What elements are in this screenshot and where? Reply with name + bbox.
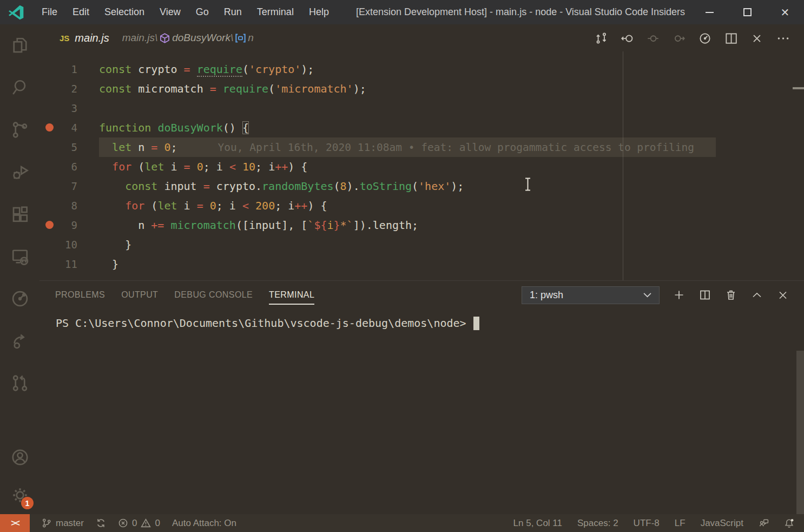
search-icon xyxy=(10,78,30,97)
window-controls: ✕ xyxy=(690,0,804,24)
breadcrumb-file[interactable]: main.js xyxy=(122,32,155,44)
editor-gutter[interactable]: 5 xyxy=(39,137,99,157)
feedback-button[interactable] xyxy=(759,518,769,528)
breadcrumb-symbol[interactable]: doBusyWork xyxy=(172,32,230,44)
maximize-button[interactable] xyxy=(728,0,766,24)
code-line: 8 for (let i = 0; i < 200; i++) { xyxy=(39,196,804,215)
breakpoint-dot[interactable] xyxy=(45,123,54,132)
menu-edit[interactable]: Edit xyxy=(65,0,97,24)
navigate-previous-icon[interactable] xyxy=(646,31,660,45)
navigate-back-icon[interactable] xyxy=(620,31,634,45)
language-indicator[interactable]: JavaScript xyxy=(701,518,743,529)
tab-problems[interactable]: PROBLEMS xyxy=(55,290,105,300)
kill-terminal-icon[interactable] xyxy=(724,288,737,301)
activity-search[interactable] xyxy=(0,67,39,109)
maximize-panel-icon[interactable] xyxy=(750,288,763,301)
menu-file[interactable]: File xyxy=(34,0,65,24)
activity-explorer[interactable] xyxy=(0,24,39,67)
cursor-position-label: Ln 5, Col 11 xyxy=(513,518,562,529)
error-count: 0 xyxy=(132,518,137,529)
breadcrumb-separator: \ xyxy=(155,32,157,44)
tab-output[interactable]: OUTPUT xyxy=(121,290,158,300)
activity-settings[interactable]: 1 xyxy=(0,476,39,514)
auto-attach-indicator[interactable]: Auto Attach: On xyxy=(172,518,236,529)
tab-main-js[interactable]: JS main.js xyxy=(60,32,109,44)
panel-tab-bar: PROBLEMS OUTPUT DEBUG CONSOLE TERMINAL 1… xyxy=(39,281,804,309)
menu-run[interactable]: Run xyxy=(216,0,249,24)
editor-gutter[interactable]: 9 xyxy=(39,215,99,235)
indentation-indicator[interactable]: Spaces: 2 xyxy=(577,518,618,529)
terminal-select-value: 1: pwsh xyxy=(530,290,563,301)
branch-indicator[interactable]: master xyxy=(42,518,84,529)
editor-gutter[interactable]: 6 xyxy=(39,157,99,176)
activity-profile[interactable] xyxy=(0,278,39,320)
terminal-content[interactable]: PS C:\Users\Connor\Documents\Github\vsco… xyxy=(39,309,804,514)
activity-source-control[interactable] xyxy=(0,109,39,151)
pull-request-icon xyxy=(10,373,30,393)
activity-accounts[interactable] xyxy=(0,438,39,476)
menu-go[interactable]: Go xyxy=(188,0,216,24)
code-editor[interactable]: 1const crypto = require('crypto');2const… xyxy=(39,51,804,280)
open-changes-icon[interactable] xyxy=(594,31,608,45)
menu-help[interactable]: Help xyxy=(301,0,337,24)
close-window-button[interactable]: ✕ xyxy=(766,0,804,24)
sync-button[interactable] xyxy=(96,518,106,528)
activity-github-pull-requests[interactable] xyxy=(0,362,39,404)
bottom-panel: PROBLEMS OUTPUT DEBUG CONSOLE TERMINAL 1… xyxy=(39,280,804,514)
activity-live-share[interactable] xyxy=(0,320,39,362)
editor-gutter[interactable]: 11 xyxy=(39,254,99,274)
notifications-button[interactable] xyxy=(784,518,794,528)
split-editor-icon[interactable] xyxy=(724,31,738,45)
auto-attach-label: Auto Attach: On xyxy=(172,518,236,529)
editor-gutter[interactable]: 10 xyxy=(39,235,99,254)
close-editor-icon[interactable] xyxy=(750,31,764,45)
code-text: } xyxy=(99,254,118,274)
eol-indicator[interactable]: LF xyxy=(675,518,686,529)
code-text: const input = crypto.randomBytes(8).toSt… xyxy=(99,176,464,196)
symbol-variable-icon xyxy=(235,32,246,44)
breakpoint-dot[interactable] xyxy=(45,221,54,229)
terminal-scrollbar[interactable] xyxy=(796,351,804,532)
editor-tab-bar: JS main.js main.js\ doBusyWork\ n xyxy=(39,24,804,51)
problems-indicator[interactable]: 0 0 xyxy=(118,518,160,529)
menu-selection[interactable]: Selection xyxy=(97,0,152,24)
editor-gutter[interactable]: 4 xyxy=(39,118,99,137)
new-terminal-icon[interactable] xyxy=(673,288,686,301)
activity-extensions[interactable] xyxy=(0,193,39,235)
menu-terminal[interactable]: Terminal xyxy=(249,0,301,24)
code-line: 1const crypto = require('crypto'); xyxy=(39,60,804,79)
editor-gutter[interactable]: 2 xyxy=(39,79,99,98)
profile-session-icon[interactable] xyxy=(698,31,712,45)
remote-indicator[interactable]: >< xyxy=(0,514,30,532)
code-line: 11 } xyxy=(39,254,804,274)
activity-bar: 1 xyxy=(0,24,39,514)
cursor-position[interactable]: Ln 5, Col 11 xyxy=(513,518,562,529)
tab-debug-console[interactable]: DEBUG CONSOLE xyxy=(174,290,253,300)
navigate-next-icon[interactable] xyxy=(672,31,686,45)
code-text: const micromatch = require('micromatch')… xyxy=(99,79,366,98)
editor-gutter[interactable]: 8 xyxy=(39,196,99,215)
editor-gutter[interactable]: 7 xyxy=(39,176,99,196)
vscode-insiders-logo-icon[interactable] xyxy=(7,4,25,21)
code-line: 9 n += micromatch([input], [`${i}*`]).le… xyxy=(39,215,804,235)
close-panel-icon[interactable] xyxy=(776,288,789,301)
activity-run-and-debug[interactable] xyxy=(0,151,39,193)
activity-remote-explorer[interactable] xyxy=(0,235,39,278)
menu-view[interactable]: View xyxy=(152,0,188,24)
account-icon xyxy=(10,448,30,467)
minimize-button[interactable] xyxy=(690,0,728,24)
source-control-icon xyxy=(10,120,30,140)
editor-gutter[interactable]: 3 xyxy=(39,98,99,118)
code-line: 2const micromatch = require('micromatch'… xyxy=(39,79,804,98)
tab-terminal[interactable]: TERMINAL xyxy=(269,290,314,300)
breadcrumb: main.js\ doBusyWork\ n xyxy=(122,32,254,44)
breadcrumb-variable[interactable]: n xyxy=(248,32,254,44)
breadcrumb-separator: \ xyxy=(230,32,233,44)
encoding-indicator[interactable]: UTF-8 xyxy=(634,518,660,529)
editor-gutter[interactable]: 1 xyxy=(39,60,99,79)
overview-ruler-marker xyxy=(793,87,804,89)
split-terminal-icon[interactable] xyxy=(698,288,711,301)
code-text: function doBusyWork() { xyxy=(99,118,249,137)
terminal-select[interactable]: 1: pwsh xyxy=(522,286,660,304)
more-actions-icon[interactable] xyxy=(776,31,790,45)
